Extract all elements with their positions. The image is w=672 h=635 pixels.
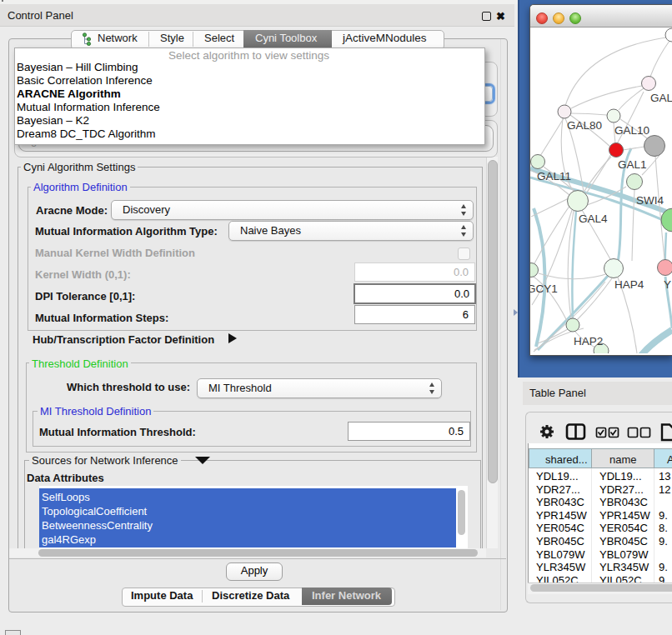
svg-text:HAP4: HAP4 — [614, 278, 644, 291]
svg-text:GCY1: GCY1 — [530, 282, 558, 295]
svg-text:GAL11: GAL11 — [537, 170, 571, 182]
svg-text:Y: Y — [664, 278, 671, 291]
svg-text:GAL10: GAL10 — [614, 124, 649, 137]
svg-text:HAP2: HAP2 — [574, 335, 603, 348]
svg-text:GAL4: GAL4 — [579, 212, 608, 225]
svg-text:GAL: GAL — [650, 92, 672, 104]
svg-text:GAL80: GAL80 — [567, 119, 602, 132]
svg-text:SWI4: SWI4 — [636, 194, 664, 207]
svg-text:GAL1: GAL1 — [618, 158, 647, 171]
